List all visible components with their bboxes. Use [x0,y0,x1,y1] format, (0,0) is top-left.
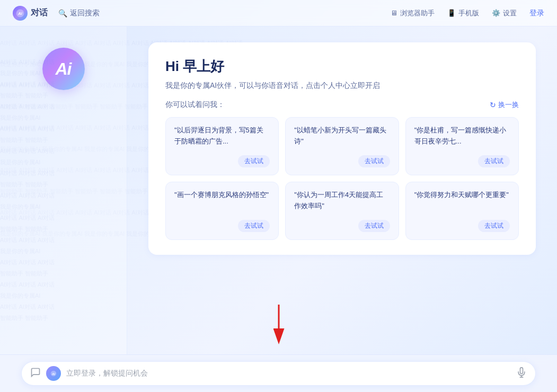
try-button-3[interactable]: 去试试 [478,155,510,167]
suggestion-text-6: "你觉得努力和天赋哪个更重要" [414,190,510,216]
mobile-button[interactable]: 📱 手机版 [447,8,479,18]
greeting-subtitle: 我是你的专属AI伙伴，可以与你语音对话，点击个人中心立即开启 [165,81,519,91]
sidebar-logo: Ai [8,37,118,101]
try-button-1[interactable]: 去试试 [238,155,270,167]
mobile-label: 手机版 [458,8,479,18]
input-bar: Ai 立即登录，解锁提问机会 [0,354,557,392]
main-layout: AI对话 AI对话 AI对话 我是你的专属AI AI对话 AI对话 AI对话 智… [0,26,557,392]
top-navigation: Ai 对话 🔍 返回搜索 🖥 浏览器助手 📱 手机版 ⚙️ 设置 登录 [0,0,557,26]
mobile-icon: 📱 [447,9,456,17]
try-button-2[interactable]: 去试试 [358,155,390,167]
suggestion-card-2[interactable]: "以蜡笔小新为开头写一篇藏头诗" 去试试 [285,117,399,175]
suggestion-text-5: "你认为一周工作4天能提高工作效率吗" [294,190,390,216]
nav-left: Ai 对话 🔍 返回搜索 [13,6,100,21]
try-button-4[interactable]: 去试试 [238,220,270,232]
suggestion-text-3: "你是杜甫，写一篇感慨快递小哥日夜辛劳七... [414,125,510,151]
try-button-5[interactable]: 去试试 [358,220,390,232]
greeting-section: Hi 早上好 我是你的专属AI伙伴，可以与你语音对话，点击个人中心立即开启 你可… [148,42,536,255]
main-content: Hi 早上好 我是你的专属AI伙伴，可以与你语音对话，点击个人中心立即开启 你可… [127,26,557,392]
nav-back-button[interactable]: 🔍 返回搜索 [58,8,100,18]
sidebar-ai-icon: Ai [42,48,85,90]
nav-logo-label: 对话 [31,7,48,19]
browser-assistant-button[interactable]: 🖥 浏览器助手 [391,8,435,18]
suggestion-card-4[interactable]: "画一个赛博朋克风格的孙悟空" 去试试 [165,182,279,240]
nav-logo[interactable]: Ai 对话 [13,6,48,21]
suggestions-grid: "以后羿逐日为背景，写5篇关于防晒霜的广告... 去试试 "以蜡笔小新为开头写一… [165,117,519,240]
refresh-label: 换一换 [498,100,519,110]
svg-text:Ai: Ai [17,11,22,16]
settings-label: 设置 [503,8,517,18]
suggestions-header: 你可以试着问我： ↻ 换一换 [165,100,519,110]
login-button[interactable]: 登录 [529,8,544,18]
try-button-6[interactable]: 去试试 [478,220,510,232]
search-icon: 🔍 [58,9,67,17]
input-container: Ai 立即登录，解锁提问机会 [21,361,536,386]
svg-text:Ai: Ai [51,372,55,376]
suggestion-text-4: "画一个赛博朋克风格的孙悟空" [174,190,270,216]
browser-assistant-label: 浏览器助手 [400,8,435,18]
refresh-icon: ↻ [490,101,496,109]
browser-icon: 🖥 [391,9,397,17]
sidebar: AI对话 AI对话 AI对话 我是你的专属AI AI对话 AI对话 AI对话 智… [0,26,127,392]
settings-button[interactable]: ⚙️ 设置 [492,8,517,18]
input-ai-button[interactable]: Ai [46,366,61,381]
suggestion-card-1[interactable]: "以后羿逐日为背景，写5篇关于防晒霜的广告... 去试试 [165,117,279,175]
suggestion-card-5[interactable]: "你认为一周工作4天能提高工作效率吗" 去试试 [285,182,399,240]
gear-icon: ⚙️ [492,9,500,17]
nav-back-label: 返回搜索 [70,8,100,18]
suggestions-label: 你可以试着问我： [165,100,225,110]
suggestion-card-3[interactable]: "你是杜甫，写一篇感慨快递小哥日夜辛劳七... 去试试 [405,117,519,175]
suggestion-text-1: "以后羿逐日为背景，写5篇关于防晒霜的广告... [174,125,270,151]
suggestion-text-2: "以蜡笔小新为开头写一篇藏头诗" [294,125,390,151]
suggestion-card-6[interactable]: "你觉得努力和天赋哪个更重要" 去试试 [405,182,519,240]
ai-logo-icon: Ai [13,6,28,21]
attach-icon[interactable] [30,367,41,380]
refresh-button[interactable]: ↻ 换一换 [490,100,519,110]
nav-right: 🖥 浏览器助手 📱 手机版 ⚙️ 设置 登录 [391,8,544,18]
mic-icon[interactable] [516,367,527,380]
greeting-title: Hi 早上好 [165,57,519,76]
input-placeholder-text[interactable]: 立即登录，解锁提问机会 [66,369,511,378]
